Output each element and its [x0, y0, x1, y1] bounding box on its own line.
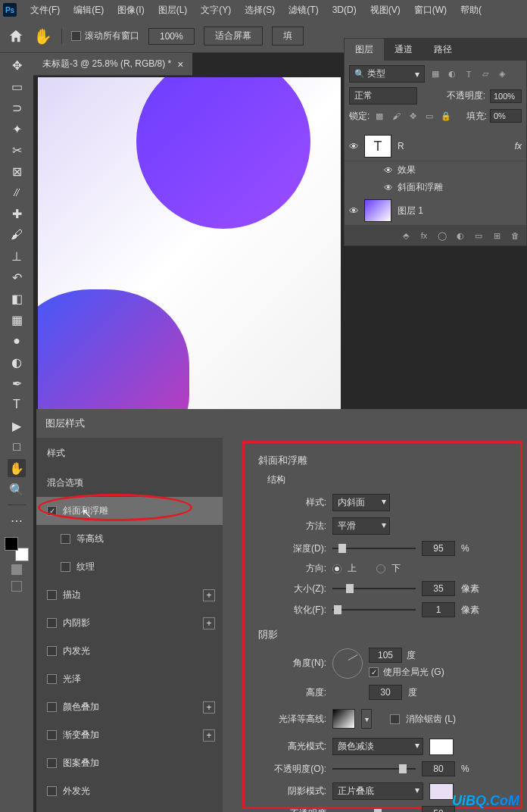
menu-view[interactable]: 视图(V): [364, 2, 407, 19]
hand-tool[interactable]: ✋: [8, 459, 26, 477]
bevel-checkbox[interactable]: [47, 506, 57, 516]
canvas[interactable]: [38, 77, 341, 411]
new-layer-icon[interactable]: ⊞: [490, 229, 504, 242]
depth-input[interactable]: 95: [422, 541, 455, 556]
inner-glow-checkbox[interactable]: [47, 646, 57, 656]
stroke-checkbox[interactable]: [47, 590, 57, 600]
satin-item[interactable]: 光泽: [36, 665, 223, 693]
trash-icon[interactable]: 🗑: [508, 229, 522, 242]
layer-thumb[interactable]: [364, 199, 391, 222]
add-icon[interactable]: +: [203, 617, 215, 629]
menu-image[interactable]: 图像(I): [111, 2, 150, 19]
style-select[interactable]: 内斜面: [332, 494, 390, 511]
shadow-color-swatch[interactable]: [429, 783, 454, 800]
add-icon[interactable]: +: [203, 589, 215, 601]
direction-down-radio[interactable]: [376, 564, 385, 573]
menu-help[interactable]: 帮助(: [454, 2, 488, 19]
tab-close-icon[interactable]: ×: [177, 58, 183, 70]
layer-row[interactable]: 👁 T R fx: [345, 132, 526, 161]
screen-mode[interactable]: [11, 581, 22, 592]
drop-shadow-item[interactable]: 投影 +: [36, 805, 223, 812]
fit-screen-button[interactable]: 适合屏幕: [204, 27, 263, 45]
fx-badge[interactable]: fx: [515, 141, 522, 151]
lock-pixels-icon[interactable]: 🖌: [389, 109, 403, 123]
layer-row[interactable]: 👁 图层 1: [345, 196, 526, 226]
menu-3d[interactable]: 3D(D): [326, 2, 363, 17]
frame-tool[interactable]: ⊠: [8, 162, 26, 180]
blend-options-item[interactable]: 混合选项: [36, 469, 223, 497]
foreground-color[interactable]: [5, 537, 18, 551]
quick-select-tool[interactable]: ✦: [8, 120, 26, 138]
highlight-opacity-slider[interactable]: [332, 768, 416, 770]
zoom-input[interactable]: 100%: [148, 28, 195, 45]
depth-slider[interactable]: [332, 548, 416, 549]
menu-filter[interactable]: 滤镜(T): [282, 2, 324, 19]
lasso-tool[interactable]: ⊃: [8, 98, 26, 117]
global-light-checkbox[interactable]: [369, 667, 379, 677]
document-tab[interactable]: 未标题-3 @ 25.8% (R, RGB/8) * ×: [33, 53, 192, 76]
link-layers-icon[interactable]: ⬘: [399, 229, 413, 242]
tab-channels[interactable]: 通道: [384, 39, 423, 61]
gloss-contour-picker[interactable]: [332, 709, 355, 729]
menu-type[interactable]: 文字(Y): [195, 2, 237, 19]
styles-header[interactable]: 样式: [36, 438, 223, 469]
visibility-icon[interactable]: 👁: [384, 165, 393, 176]
technique-select[interactable]: 平滑: [332, 517, 390, 535]
color-overlay-checkbox[interactable]: [47, 702, 57, 712]
soften-input[interactable]: 1: [422, 602, 455, 617]
shadow-opacity-input[interactable]: 50: [422, 806, 455, 812]
blend-mode-select[interactable]: 正常: [349, 87, 417, 105]
hand-tool-icon[interactable]: ✋: [33, 27, 52, 45]
effects-row[interactable]: 👁 效果: [345, 161, 526, 179]
marquee-tool[interactable]: ▭: [8, 77, 26, 95]
gradient-tool[interactable]: ▦: [8, 311, 26, 329]
outer-glow-item[interactable]: 外发光: [36, 777, 223, 805]
fill-input[interactable]: 0%: [490, 109, 522, 123]
menu-layer[interactable]: 图层(L): [152, 2, 194, 19]
size-input[interactable]: 35: [422, 581, 455, 596]
eraser-tool[interactable]: ◧: [8, 289, 26, 308]
crop-tool[interactable]: ✂: [8, 141, 26, 159]
move-tool[interactable]: ✥: [8, 56, 26, 74]
menu-edit[interactable]: 编辑(E): [67, 2, 110, 19]
pen-tool[interactable]: ✒: [8, 374, 26, 392]
tab-layers[interactable]: 图层: [345, 39, 384, 61]
angle-dial[interactable]: [332, 648, 363, 679]
home-icon[interactable]: [8, 28, 24, 45]
group-icon[interactable]: ▭: [472, 229, 485, 242]
lock-artboard-icon[interactable]: ▭: [423, 109, 436, 123]
filter-type-icon[interactable]: T: [463, 68, 475, 80]
visibility-icon[interactable]: 👁: [349, 141, 364, 152]
stamp-tool[interactable]: ⊥: [8, 247, 26, 265]
gradient-overlay-item[interactable]: 渐变叠加 +: [36, 721, 223, 749]
add-icon[interactable]: +: [203, 729, 215, 742]
altitude-input[interactable]: 30: [369, 685, 402, 700]
opacity-input[interactable]: 100%: [490, 89, 522, 103]
angle-input[interactable]: 105: [369, 648, 402, 663]
filter-shape-icon[interactable]: ▱: [479, 68, 491, 80]
inner-shadow-checkbox[interactable]: [47, 618, 57, 628]
bevel-emboss-item[interactable]: 斜面和浮雕: [36, 497, 223, 525]
highlight-opacity-input[interactable]: 80: [422, 761, 455, 776]
layer-filter-type[interactable]: 🔍 类型 ▾: [349, 65, 425, 83]
satin-checkbox[interactable]: [47, 674, 57, 684]
highlight-mode-select[interactable]: 颜色减淡: [332, 738, 423, 755]
blur-tool[interactable]: ●: [8, 332, 26, 350]
zoom-tool[interactable]: 🔍: [8, 480, 26, 498]
contour-item[interactable]: 等高线: [36, 525, 223, 553]
shape-tool[interactable]: □: [8, 438, 26, 456]
add-icon[interactable]: +: [203, 701, 215, 714]
pattern-overlay-item[interactable]: 图案叠加: [36, 749, 223, 777]
visibility-icon[interactable]: 👁: [349, 205, 364, 217]
contour-checkbox[interactable]: [61, 534, 70, 544]
menu-file[interactable]: 文件(F): [24, 2, 66, 19]
stroke-item[interactable]: 描边 +: [36, 581, 223, 609]
scroll-all-checkbox[interactable]: [71, 31, 81, 41]
lock-all-icon[interactable]: 🔒: [439, 109, 453, 123]
effect-bevel-row[interactable]: 👁 斜面和浮雕: [345, 179, 526, 196]
path-select-tool[interactable]: ▶: [8, 417, 26, 435]
heal-tool[interactable]: ✚: [8, 205, 26, 223]
quick-mask[interactable]: [11, 564, 22, 575]
contour-dropdown-icon[interactable]: ▾: [361, 709, 372, 729]
filter-pixel-icon[interactable]: ▦: [429, 68, 441, 80]
